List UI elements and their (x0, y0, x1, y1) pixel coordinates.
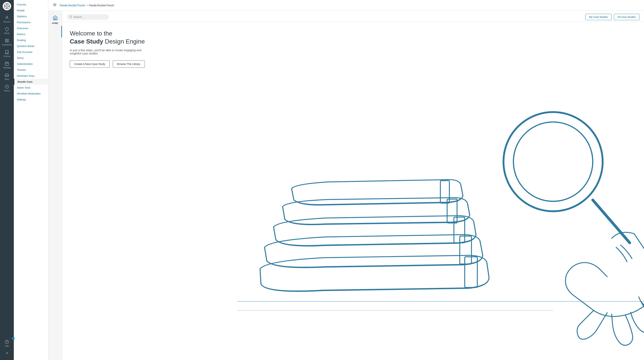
second-sidebar-item-rubrics[interactable]: Rubrics (14, 31, 48, 37)
second-sidebar-item-grading[interactable]: Grading (14, 37, 48, 43)
svg-line-31 (593, 200, 630, 243)
svg-point-1 (6, 5, 8, 7)
sidebar-item-history[interactable]: History (0, 82, 14, 94)
person-icon (4, 15, 9, 20)
svg-point-29 (504, 112, 602, 211)
top-row: My Case Studies All Case Studies (62, 11, 644, 22)
svg-line-23 (71, 17, 72, 18)
svg-rect-28 (464, 257, 477, 287)
sidebar-item-admin[interactable]: Admin (0, 25, 14, 36)
sidebar-bottom: 5 Help (0, 338, 14, 360)
sidebar-item-help[interactable]: 5 Help (0, 338, 14, 349)
second-sidebar-item-eportfolio-moderation[interactable]: ePortfolio Moderation (14, 91, 48, 96)
inbox-icon (4, 73, 9, 78)
my-case-studies-button[interactable]: My Case Studies (585, 14, 612, 20)
home-divider (61, 26, 62, 38)
top-bar: Panda Rocket Punch > Panda Rocket Punch (48, 0, 644, 11)
search-box (67, 14, 109, 20)
breadcrumb-separator: > (86, 4, 88, 7)
breadcrumb-link[interactable]: Panda Rocket Punch (60, 4, 85, 7)
second-sidebar-item-outcomes[interactable]: Outcomes (14, 25, 48, 31)
home-button[interactable]: HOME (50, 14, 60, 26)
sidebar-item-dashboard[interactable]: Dashboard (0, 36, 14, 48)
svg-rect-25 (447, 199, 457, 223)
collapse-sidebar-button[interactable] (0, 349, 14, 357)
sidebar-item-courses[interactable]: Courses (0, 48, 14, 60)
top-buttons: My Case Studies All Case Studies (585, 14, 640, 20)
create-new-case-study-button[interactable]: Create A New Case Study (70, 60, 110, 68)
svg-point-22 (70, 16, 72, 18)
svg-rect-10 (7, 41, 8, 42)
svg-rect-9 (5, 41, 6, 42)
help-icon: 5 (4, 340, 9, 344)
second-sidebar-item-noodle-case[interactable]: Noodle Case (14, 79, 48, 85)
illustration (237, 90, 644, 360)
welcome-section: Welcome to the Case Study Design Engine … (62, 22, 644, 360)
hamburger-button[interactable] (51, 2, 58, 8)
sidebar-item-inbox[interactable]: Inbox (0, 71, 14, 82)
svg-rect-27 (460, 236, 472, 264)
home-label: HOME (52, 22, 58, 24)
breadcrumb: Panda Rocket Punch > Panda Rocket Punch (60, 4, 114, 7)
welcome-bold: Case Study (70, 38, 103, 45)
second-sidebar-item-courses[interactable]: Courses (14, 2, 48, 8)
sidebar-item-calendar-label: Calendar (3, 67, 11, 69)
sidebar-item-account-label: Account (4, 21, 10, 23)
all-case-studies-button[interactable]: All Case Studies (614, 14, 640, 20)
sidebar-item-admin-label: Admin (4, 32, 10, 34)
svg-rect-24 (440, 180, 449, 203)
search-icon (70, 15, 72, 18)
second-sidebar-item-settings[interactable]: Settings (14, 96, 48, 102)
main-wrapper: Panda Rocket Punch > Panda Rocket Punch … (48, 0, 644, 360)
app-logo[interactable] (3, 2, 11, 10)
second-sidebar-item-terms[interactable]: Terms (14, 55, 48, 61)
svg-rect-8 (7, 39, 8, 40)
sidebar-item-help-label: Help (5, 345, 9, 347)
second-sidebar-item-admin-tools[interactable]: Admin Tools (14, 85, 48, 91)
page-content: My Case Studies All Case Studies Welcome… (62, 11, 644, 360)
welcome-subtitle: In just a few steps, you'll be able to c… (70, 48, 142, 55)
sidebar-item-calendar[interactable]: Calendar (0, 60, 14, 71)
svg-point-6 (6, 16, 8, 18)
breadcrumb-current: Panda Rocket Punch (89, 4, 114, 7)
second-sidebar-item-permissions[interactable]: Permissions (14, 19, 48, 25)
search-input[interactable] (74, 16, 104, 18)
second-sidebar-item-authentication[interactable]: Authentication (14, 61, 48, 67)
second-sidebar: CoursesPeopleStatisticsPermissionsOutcom… (14, 0, 48, 360)
second-sidebar-item-statistics[interactable]: Statistics (14, 14, 48, 19)
content-area: HOME My Case Studies (48, 11, 644, 360)
book-icon (4, 50, 9, 54)
sidebar-item-courses-label: Courses (3, 55, 10, 58)
svg-rect-11 (5, 62, 8, 66)
action-buttons: Create A New Case Study Browse The Libra… (70, 60, 636, 68)
clock-icon (4, 84, 9, 89)
browse-library-button[interactable]: Browse The Library (113, 60, 145, 68)
icon-sidebar: Account Admin Dashboard (0, 0, 14, 360)
home-panel: HOME (48, 11, 62, 360)
svg-point-16 (5, 340, 8, 344)
house-icon (53, 15, 58, 22)
second-sidebar-item-developer-keys[interactable]: Developer Keys (14, 73, 48, 79)
sidebar-item-dashboard-label: Dashboard (2, 44, 12, 46)
sidebar-item-account[interactable]: Account (0, 14, 14, 25)
second-sidebar-item-people[interactable]: People (14, 8, 48, 14)
svg-rect-26 (454, 217, 464, 243)
grid-icon (4, 38, 9, 43)
second-sidebar-item-question-banks[interactable]: Question Banks (14, 43, 48, 49)
welcome-title: Welcome to the Case Study Design Engine (70, 30, 636, 46)
second-sidebar-item-themes[interactable]: Themes (14, 67, 48, 73)
svg-rect-7 (5, 39, 6, 40)
sidebar-item-history-label: History (4, 90, 10, 92)
svg-point-30 (513, 122, 593, 201)
calendar-icon (4, 61, 9, 66)
sidebar-item-inbox-label: Inbox (4, 78, 9, 80)
second-sidebar-item-sub-accounts[interactable]: Sub-Accounts (14, 49, 48, 55)
help-badge: 5 (12, 337, 14, 340)
shield-icon (4, 27, 9, 32)
